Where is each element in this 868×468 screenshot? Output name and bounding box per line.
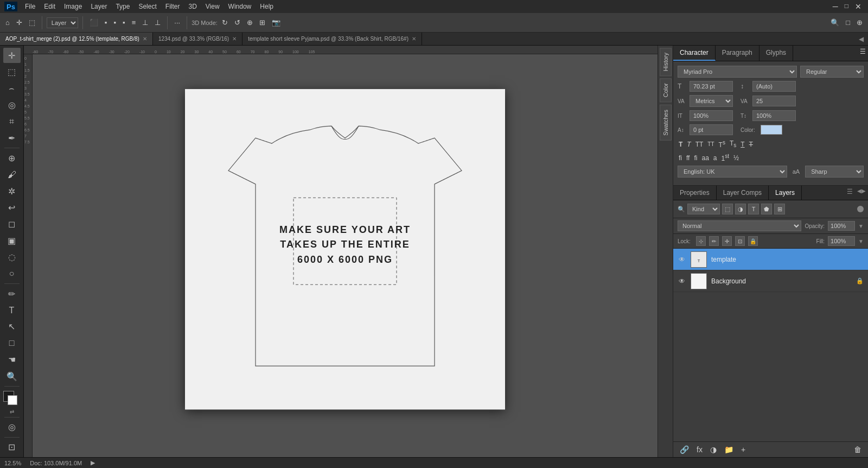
tab-3-close[interactable]: ✕ — [412, 36, 416, 42]
layers-menu-icon[interactable]: ☰ — [845, 186, 855, 200]
shape-tool[interactable]: □ — [3, 336, 21, 351]
menu-file[interactable]: File — [22, 2, 39, 11]
rotate-button[interactable]: ↻ — [220, 17, 230, 28]
adjustment-filter-icon[interactable]: ◑ — [735, 204, 746, 214]
quick-select-tool[interactable]: ◎ — [3, 97, 21, 112]
home-button[interactable]: ⌂ — [3, 17, 12, 28]
menu-type[interactable]: Type — [112, 2, 133, 11]
more-options-button[interactable]: ··· — [172, 17, 182, 28]
fill-arrow[interactable]: ▼ — [858, 238, 864, 244]
pen-tool[interactable]: ✏ — [3, 286, 21, 301]
layer-template-visibility[interactable]: 👁 — [678, 255, 686, 264]
status-arrow[interactable]: ▶ — [91, 459, 95, 466]
rectangular-marquee-tool[interactable]: ⬚ — [3, 64, 21, 79]
move3d-button[interactable]: ⊞ — [257, 17, 267, 28]
tab-glyphs[interactable]: Glyphs — [760, 46, 793, 61]
swatches-panel-collapsed[interactable]: Swatches — [660, 105, 672, 141]
layer-select[interactable]: Layer — [47, 17, 78, 28]
align-center-button[interactable]: ▪ — [103, 17, 110, 28]
quick-mask-tool[interactable]: ◎ — [3, 419, 21, 434]
background-color[interactable] — [8, 395, 17, 405]
layer-type-filter[interactable]: Kind — [687, 204, 720, 214]
subscript-button[interactable]: Ts — [729, 138, 737, 150]
panel-expand-icon[interactable]: ◀▶ — [855, 186, 868, 200]
tab-character[interactable]: Character — [673, 46, 716, 61]
menu-3d[interactable]: 3D — [185, 2, 200, 11]
align-right-button[interactable]: ▪ — [111, 17, 118, 28]
superscript-button[interactable]: Ts — [718, 138, 726, 150]
align-bottom-button[interactable]: ⊥ — [140, 17, 150, 28]
crop-tool[interactable]: ⌗ — [3, 114, 21, 129]
tracking-input[interactable] — [752, 96, 796, 106]
align-left-button[interactable]: ⬛ — [87, 17, 100, 28]
layer-item-background[interactable]: 👁 Background 🔒 — [673, 270, 868, 292]
strikethrough-button[interactable]: T — [748, 138, 754, 150]
menu-view[interactable]: View — [202, 2, 223, 11]
hand-tool[interactable]: ☚ — [3, 352, 21, 368]
text-color-swatch[interactable] — [761, 125, 782, 135]
distribute-v-button[interactable]: ⊥ — [152, 17, 163, 28]
main-canvas[interactable]: MAKE SURE YOUR ART TAKES UP THE ENTIRE 6… — [33, 54, 658, 457]
eraser-tool[interactable]: ◻ — [3, 217, 21, 232]
all-caps-button[interactable]: TT — [694, 138, 705, 150]
swap-colors[interactable]: ⇄ — [10, 409, 14, 415]
menu-help[interactable]: Help — [257, 2, 277, 11]
gradient-tool[interactable]: ▣ — [3, 233, 21, 248]
italic-button[interactable]: T — [686, 138, 692, 150]
rotate2-button[interactable]: ↺ — [232, 17, 242, 28]
search-button[interactable]: 🔍 — [828, 17, 841, 28]
layer-background-visibility[interactable]: 👁 — [678, 277, 686, 286]
align-top-button[interactable]: ▪ — [120, 17, 127, 28]
scale-v-input[interactable] — [752, 110, 796, 121]
eyedropper-tool[interactable]: ✒ — [3, 130, 21, 146]
move-tool[interactable]: ✛ — [3, 48, 21, 63]
filter-toggle[interactable] — [857, 206, 864, 212]
new-layer-button[interactable]: + — [739, 444, 748, 455]
underline-button[interactable]: T — [739, 138, 745, 150]
blend-mode-select[interactable]: Normal — [678, 220, 801, 231]
menu-layer[interactable]: Layer — [87, 2, 110, 11]
maximize-button[interactable]: □ — [843, 2, 851, 11]
fill-input[interactable] — [828, 236, 855, 246]
workspace-button[interactable]: □ — [844, 17, 852, 28]
panel-menu-icon[interactable]: ☰ — [858, 46, 868, 61]
screen-mode-tool[interactable]: ⊡ — [3, 440, 21, 455]
color-swatch-area[interactable] — [3, 391, 21, 406]
baseline-input[interactable] — [690, 124, 733, 135]
zoom-tool[interactable]: 🔍 — [3, 369, 21, 384]
history-brush-tool[interactable]: ↩ — [3, 200, 21, 215]
transform-button[interactable]: ⊕ — [245, 17, 255, 28]
tab-layers[interactable]: Layers — [769, 186, 802, 200]
tab-paragraph[interactable]: Paragraph — [716, 46, 760, 61]
layer-item-template[interactable]: 👁 T template — [673, 249, 868, 270]
minimize-button[interactable]: ─ — [831, 2, 840, 11]
bold-button[interactable]: T — [678, 138, 684, 150]
menu-edit[interactable]: Edit — [41, 2, 59, 11]
lock-position-icon[interactable]: ⊹ — [696, 236, 706, 246]
panel-collapse-icon[interactable]: ◀ — [859, 35, 864, 43]
tab-1[interactable]: AOP_t-shirt_merge (2).psd @ 12.5% (templ… — [0, 33, 153, 45]
menu-filter[interactable]: Filter — [162, 2, 183, 11]
stylistic-button[interactable]: a — [712, 152, 718, 163]
smartobject-filter-icon[interactable]: ⊞ — [774, 204, 785, 214]
add-style-button[interactable]: fx — [694, 444, 705, 455]
tab-3[interactable]: template short sleeve Pyjama.psd @ 33.3%… — [242, 33, 422, 45]
tab-properties[interactable]: Properties — [673, 186, 717, 200]
path-selection-tool[interactable]: ↖ — [3, 319, 21, 334]
std-ligature-button[interactable]: ff — [685, 152, 691, 163]
tab-2-close[interactable]: ✕ — [232, 36, 237, 42]
language-select[interactable]: English: UK — [678, 166, 787, 178]
lock-pixels-icon[interactable]: ✏ — [709, 236, 719, 246]
history-panel-collapsed[interactable]: History — [660, 48, 672, 76]
opacity-input[interactable] — [828, 221, 855, 231]
add-mask-button[interactable]: ◑ — [708, 444, 719, 455]
new-group-button[interactable]: 📁 — [722, 444, 736, 455]
discretionary-button[interactable]: fi — [693, 152, 698, 163]
lock-move-icon[interactable]: ✛ — [722, 236, 732, 246]
type-filter-icon[interactable]: T — [748, 204, 759, 214]
lock-all-icon[interactable]: 🔒 — [748, 236, 758, 246]
tab-2[interactable]: 1234.psd @ 33.3% (RGB/16) ✕ — [153, 33, 242, 45]
lock-artboard-icon[interactable]: ⊡ — [735, 236, 745, 246]
leading-input[interactable] — [752, 81, 796, 92]
kerning-select[interactable]: Metrics — [690, 95, 733, 107]
